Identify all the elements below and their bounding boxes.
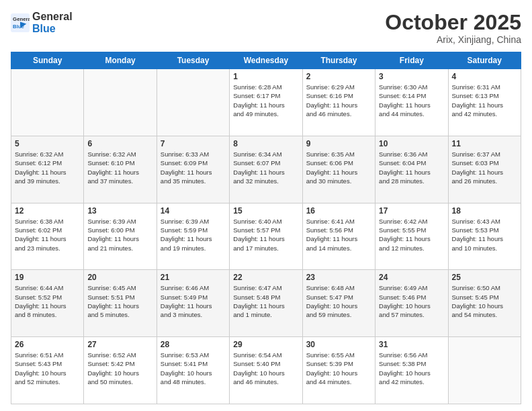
day-info: Sunrise: 6:46 AM Sunset: 5:49 PM Dayligh…	[161, 283, 226, 319]
day-cell: 21Sunrise: 6:46 AM Sunset: 5:49 PM Dayli…	[157, 270, 229, 337]
day-cell	[448, 337, 521, 404]
day-number: 22	[233, 273, 298, 282]
week-row-5: 26Sunrise: 6:51 AM Sunset: 5:43 PM Dayli…	[11, 337, 521, 404]
header-day-sunday: Sunday	[11, 52, 84, 69]
day-cell: 18Sunrise: 6:43 AM Sunset: 5:53 PM Dayli…	[448, 203, 521, 270]
day-cell	[11, 69, 84, 136]
day-info: Sunrise: 6:37 AM Sunset: 6:03 PM Dayligh…	[452, 150, 517, 185]
day-number: 15	[233, 206, 298, 216]
day-info: Sunrise: 6:49 AM Sunset: 5:46 PM Dayligh…	[379, 283, 444, 319]
calendar-header: SundayMondayTuesdayWednesdayThursdayFrid…	[11, 52, 521, 69]
day-number: 17	[379, 206, 444, 216]
day-cell: 29Sunrise: 6:54 AM Sunset: 5:40 PM Dayli…	[230, 337, 302, 404]
day-cell: 2Sunrise: 6:29 AM Sunset: 6:16 PM Daylig…	[302, 69, 375, 136]
day-cell: 12Sunrise: 6:38 AM Sunset: 6:02 PM Dayli…	[11, 203, 84, 270]
day-number: 19	[15, 273, 80, 282]
day-cell: 11Sunrise: 6:37 AM Sunset: 6:03 PM Dayli…	[448, 136, 521, 203]
day-cell: 4Sunrise: 6:31 AM Sunset: 6:13 PM Daylig…	[448, 69, 521, 136]
header: General Blue General Blue October 2025 A…	[11, 11, 521, 45]
day-info: Sunrise: 6:43 AM Sunset: 5:53 PM Dayligh…	[452, 217, 517, 253]
header-day-thursday: Thursday	[302, 52, 375, 69]
day-number: 21	[161, 273, 226, 282]
day-number: 30	[306, 340, 371, 349]
day-number: 13	[87, 206, 152, 216]
day-cell: 17Sunrise: 6:42 AM Sunset: 5:55 PM Dayli…	[375, 203, 448, 270]
day-number: 14	[161, 206, 226, 216]
week-row-2: 5Sunrise: 6:32 AM Sunset: 6:12 PM Daylig…	[11, 136, 521, 203]
day-cell: 6Sunrise: 6:32 AM Sunset: 6:10 PM Daylig…	[84, 136, 157, 203]
page: General Blue General Blue October 2025 A…	[0, 0, 532, 411]
day-info: Sunrise: 6:32 AM Sunset: 6:10 PM Dayligh…	[87, 150, 152, 185]
day-info: Sunrise: 6:36 AM Sunset: 6:04 PM Dayligh…	[379, 150, 444, 185]
day-cell: 26Sunrise: 6:51 AM Sunset: 5:43 PM Dayli…	[11, 337, 84, 404]
day-cell	[84, 69, 157, 136]
day-number: 7	[161, 139, 226, 148]
day-cell: 25Sunrise: 6:50 AM Sunset: 5:45 PM Dayli…	[448, 270, 521, 337]
logo-icon: General Blue	[11, 13, 30, 32]
day-number: 27	[87, 340, 152, 349]
day-number: 8	[233, 139, 298, 148]
day-cell	[157, 69, 229, 136]
main-title: October 2025	[385, 11, 521, 34]
week-row-1: 1Sunrise: 6:28 AM Sunset: 6:17 PM Daylig…	[11, 69, 521, 136]
day-info: Sunrise: 6:52 AM Sunset: 5:42 PM Dayligh…	[87, 351, 152, 386]
day-cell: 28Sunrise: 6:53 AM Sunset: 5:41 PM Dayli…	[157, 337, 229, 404]
day-cell: 23Sunrise: 6:48 AM Sunset: 5:47 PM Dayli…	[302, 270, 375, 337]
day-info: Sunrise: 6:35 AM Sunset: 6:06 PM Dayligh…	[306, 150, 371, 185]
day-info: Sunrise: 6:42 AM Sunset: 5:55 PM Dayligh…	[379, 217, 444, 253]
day-number: 4	[452, 72, 517, 81]
day-info: Sunrise: 6:40 AM Sunset: 5:57 PM Dayligh…	[233, 217, 298, 253]
day-cell: 13Sunrise: 6:39 AM Sunset: 6:00 PM Dayli…	[84, 203, 157, 270]
day-number: 31	[379, 340, 444, 349]
day-cell: 9Sunrise: 6:35 AM Sunset: 6:06 PM Daylig…	[302, 136, 375, 203]
day-info: Sunrise: 6:39 AM Sunset: 5:59 PM Dayligh…	[161, 217, 226, 253]
day-number: 11	[452, 139, 517, 148]
day-info: Sunrise: 6:56 AM Sunset: 5:38 PM Dayligh…	[379, 351, 444, 386]
day-info: Sunrise: 6:33 AM Sunset: 6:09 PM Dayligh…	[161, 150, 226, 185]
day-number: 3	[379, 72, 444, 81]
day-cell: 31Sunrise: 6:56 AM Sunset: 5:38 PM Dayli…	[375, 337, 448, 404]
header-day-wednesday: Wednesday	[230, 52, 302, 69]
day-info: Sunrise: 6:50 AM Sunset: 5:45 PM Dayligh…	[452, 283, 517, 319]
day-info: Sunrise: 6:39 AM Sunset: 6:00 PM Dayligh…	[87, 217, 152, 253]
day-cell: 10Sunrise: 6:36 AM Sunset: 6:04 PM Dayli…	[375, 136, 448, 203]
logo-text: General Blue	[32, 11, 73, 34]
day-number: 6	[87, 139, 152, 148]
day-cell: 22Sunrise: 6:47 AM Sunset: 5:48 PM Dayli…	[230, 270, 302, 337]
week-row-4: 19Sunrise: 6:44 AM Sunset: 5:52 PM Dayli…	[11, 270, 521, 337]
day-cell: 30Sunrise: 6:55 AM Sunset: 5:39 PM Dayli…	[302, 337, 375, 404]
day-info: Sunrise: 6:38 AM Sunset: 6:02 PM Dayligh…	[15, 217, 80, 253]
day-cell: 16Sunrise: 6:41 AM Sunset: 5:56 PM Dayli…	[302, 203, 375, 270]
day-cell: 19Sunrise: 6:44 AM Sunset: 5:52 PM Dayli…	[11, 270, 84, 337]
day-cell: 27Sunrise: 6:52 AM Sunset: 5:42 PM Dayli…	[84, 337, 157, 404]
day-cell: 20Sunrise: 6:45 AM Sunset: 5:51 PM Dayli…	[84, 270, 157, 337]
header-day-saturday: Saturday	[448, 52, 521, 69]
day-cell: 14Sunrise: 6:39 AM Sunset: 5:59 PM Dayli…	[157, 203, 229, 270]
title-block: October 2025 Arix, Xinjiang, China	[385, 11, 521, 45]
day-info: Sunrise: 6:34 AM Sunset: 6:07 PM Dayligh…	[233, 150, 298, 185]
day-info: Sunrise: 6:31 AM Sunset: 6:13 PM Dayligh…	[452, 83, 517, 118]
day-number: 24	[379, 273, 444, 282]
logo: General Blue General Blue	[11, 11, 73, 34]
calendar-table: SundayMondayTuesdayWednesdayThursdayFrid…	[11, 52, 521, 404]
day-number: 5	[15, 139, 80, 148]
day-cell: 3Sunrise: 6:30 AM Sunset: 6:14 PM Daylig…	[375, 69, 448, 136]
day-number: 16	[306, 206, 371, 216]
header-day-monday: Monday	[84, 52, 157, 69]
day-number: 9	[306, 139, 371, 148]
day-cell: 7Sunrise: 6:33 AM Sunset: 6:09 PM Daylig…	[157, 136, 229, 203]
calendar-body: 1Sunrise: 6:28 AM Sunset: 6:17 PM Daylig…	[11, 69, 521, 404]
header-row: SundayMondayTuesdayWednesdayThursdayFrid…	[11, 52, 521, 69]
day-number: 10	[379, 139, 444, 148]
day-info: Sunrise: 6:30 AM Sunset: 6:14 PM Dayligh…	[379, 83, 444, 118]
day-cell: 1Sunrise: 6:28 AM Sunset: 6:17 PM Daylig…	[230, 69, 302, 136]
day-info: Sunrise: 6:51 AM Sunset: 5:43 PM Dayligh…	[15, 351, 80, 386]
day-number: 18	[452, 206, 517, 216]
day-info: Sunrise: 6:45 AM Sunset: 5:51 PM Dayligh…	[87, 283, 152, 319]
day-number: 20	[87, 273, 152, 282]
svg-text:Blue: Blue	[13, 23, 25, 29]
day-info: Sunrise: 6:28 AM Sunset: 6:17 PM Dayligh…	[233, 83, 298, 118]
day-info: Sunrise: 6:32 AM Sunset: 6:12 PM Dayligh…	[15, 150, 80, 185]
day-number: 29	[233, 340, 298, 349]
day-cell: 15Sunrise: 6:40 AM Sunset: 5:57 PM Dayli…	[230, 203, 302, 270]
